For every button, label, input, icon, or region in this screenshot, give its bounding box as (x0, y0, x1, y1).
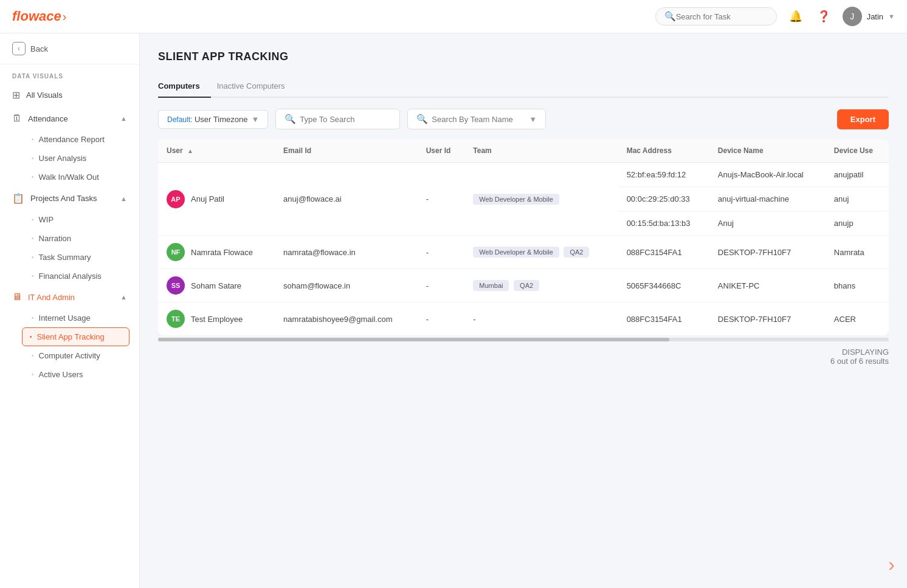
col-user-id: User Id (418, 139, 465, 163)
back-label: Back (30, 44, 48, 53)
tabs-bar: Computers Inactive Computers (158, 75, 889, 98)
notification-button[interactable]: 🔔 (787, 7, 805, 26)
all-visuals-label: All Visuals (26, 91, 63, 100)
sidebar-item-financial-analysis[interactable]: Financial Analysis (22, 267, 139, 285)
col-team: Team (464, 139, 618, 163)
tag: QA2 (514, 280, 539, 291)
tab-computers[interactable]: Computers (158, 75, 211, 98)
sidebar-item-it-admin[interactable]: 🖥 IT And Admin ▲ (0, 285, 139, 309)
avatar: NF (167, 243, 185, 261)
table-header-row: User ▲ Email Id User Id Team Mac Address… (158, 139, 889, 163)
displaying-label: DISPLAYING (158, 347, 889, 357)
it-admin-sub-items: Internet Usage Slient App Tracking Compu… (0, 309, 139, 384)
col-email: Email Id (275, 139, 418, 163)
attendance-chevron-icon: ▲ (120, 115, 127, 122)
horizontal-scrollbar[interactable] (158, 338, 889, 341)
sidebar-item-walk-in-out[interactable]: Walk In/Walk Out (22, 168, 139, 186)
sort-icon[interactable]: ▲ (187, 148, 193, 154)
user-name-cell: Soham Satare (191, 281, 241, 290)
cell-user: NF Namrata Flowace (158, 236, 275, 269)
team-search-box[interactable]: 🔍 ▼ (407, 109, 546, 129)
body-wrap: ‹ Back DATA VISUALS ⊞ All Visuals 🗓 Atte… (0, 33, 907, 588)
brand-chevron-icon: › (888, 553, 895, 576)
team-search-input[interactable] (432, 115, 523, 124)
page-title: SLIENT APP TRACKING (158, 50, 889, 63)
top-bar: flowace › 🔍 🔔 ❓ J Jatin ▼ (0, 0, 907, 33)
cell-device-name: Anujs-MacBook-Air.local (709, 163, 826, 187)
logo-text: flowace (12, 9, 61, 24)
sidebar-item-attendance-report[interactable]: Attendance Report (22, 130, 139, 149)
sidebar-item-wip[interactable]: WIP (22, 210, 139, 229)
user-dropdown-icon: ▼ (888, 13, 895, 20)
cell-team: Web Developer & Mobile QA2 (464, 236, 618, 269)
scrollbar-thumb[interactable] (158, 338, 669, 341)
avatar: J (843, 7, 862, 26)
sidebar-back-button[interactable]: ‹ Back (0, 33, 139, 64)
sidebar-item-slient-app-tracking[interactable]: Slient App Tracking (22, 327, 129, 346)
logo-ace: ace (39, 9, 61, 24)
app-wrapper: flowace › 🔍 🔔 ❓ J Jatin ▼ (0, 0, 907, 588)
table-wrapper: User ▲ Email Id User Id Team Mac Address… (158, 139, 889, 335)
results-text: 6 out of 6 results (158, 357, 889, 366)
tag: Web Developer & Mobile (473, 247, 559, 258)
cell-mac: 088FC3154FA1 (618, 303, 709, 336)
content-area: SLIENT APP TRACKING Computers Inactive C… (140, 33, 907, 588)
user-search-box[interactable]: 🔍 (275, 109, 400, 129)
sidebar-item-all-visuals[interactable]: ⊞ All Visuals (0, 83, 139, 107)
cell-email: namrata@flowace.in (275, 236, 418, 269)
cell-device-name: ANIKET-PC (709, 269, 826, 303)
team-dropdown-icon: ▼ (529, 115, 537, 124)
cell-device-name: DESKTOP-7FH10F7 (709, 236, 826, 269)
col-device-name: Device Name (709, 139, 826, 163)
export-button[interactable]: Export (837, 109, 889, 129)
task-search-box[interactable]: 🔍 (655, 7, 777, 26)
top-bar-left: flowace › (12, 9, 152, 24)
team-search-icon: 🔍 (416, 114, 428, 125)
user-menu[interactable]: J Jatin ▼ (843, 7, 895, 26)
timezone-label: Default: (167, 115, 192, 124)
it-admin-chevron-icon: ▲ (120, 293, 127, 301)
cell-user: TE Test Employee (158, 303, 275, 336)
user-name: Jatin (867, 12, 883, 21)
cell-mac: 5065F344668C (618, 269, 709, 303)
sidebar-item-internet-usage[interactable]: Internet Usage (22, 309, 139, 327)
cell-team: Mumbai QA2 (464, 269, 618, 303)
sidebar-item-computer-activity[interactable]: Computer Activity (22, 346, 139, 365)
cell-device-name: anuj-virtual-machine (709, 187, 826, 211)
cell-user: SS Soham Satare (158, 269, 275, 303)
user-name-cell: Anuj Patil (191, 194, 224, 203)
table-row: AP Anuj Patil anuj@flowace.ai - Web Deve… (158, 163, 889, 187)
it-admin-label: IT And Admin (28, 293, 75, 302)
table-row: TE Test Employee namratabishoyee9@gmail.… (158, 303, 889, 336)
timezone-value: User Timezone (195, 115, 247, 124)
attendance-label: Attendance (28, 114, 68, 123)
results-count: DISPLAYING 6 out of 6 results (158, 347, 889, 366)
sidebar-item-attendance[interactable]: 🗓 Attendance ▲ (0, 107, 139, 130)
cell-user-id: - (418, 236, 465, 269)
help-button[interactable]: ❓ (815, 7, 833, 26)
sidebar-item-narration[interactable]: Narration (22, 229, 139, 248)
timezone-dropdown[interactable]: Default: User Timezone ▼ (158, 110, 268, 129)
cell-email: soham@flowace.in (275, 269, 418, 303)
sidebar-item-active-users[interactable]: Active Users (22, 365, 139, 384)
user-initial: J (850, 12, 854, 21)
cell-mac: 52:bf:ea:59:fd:12 (618, 163, 709, 187)
sidebar-item-user-analysis[interactable]: User Analysis (22, 149, 139, 168)
tab-inactive-computers[interactable]: Inactive Computers (217, 75, 296, 97)
cell-device-name: DESKTOP-7FH10F7 (709, 303, 826, 336)
all-visuals-icon: ⊞ (12, 89, 20, 101)
tag: Web Developer & Mobile (473, 194, 559, 205)
cell-device-use: anuj (826, 187, 889, 211)
sidebar-item-projects-tasks[interactable]: 📋 Projects And Tasks ▲ (0, 186, 139, 210)
projects-icon: 📋 (12, 193, 24, 204)
sidebar-item-task-summary[interactable]: Task Summary (22, 248, 139, 267)
user-search-input[interactable] (300, 115, 391, 124)
projects-sub-items: WIP Narration Task Summary Financial Ana… (0, 210, 139, 285)
col-mac: Mac Address (618, 139, 709, 163)
cell-email: namratabishoyee9@gmail.com (275, 303, 418, 336)
cell-device-use: Namrata (826, 236, 889, 269)
table-row: NF Namrata Flowace namrata@flowace.in - … (158, 236, 889, 269)
logo: flowace › (12, 9, 152, 24)
task-search-input[interactable] (676, 12, 767, 21)
tag: QA2 (564, 247, 589, 258)
